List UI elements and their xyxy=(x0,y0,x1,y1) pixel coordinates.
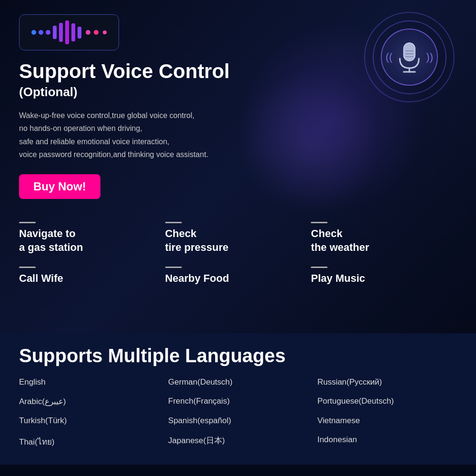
feature-divider xyxy=(19,267,36,268)
feature-text: Checktire pressure xyxy=(165,227,311,254)
feature-text: Checkthe weather xyxy=(311,227,457,254)
wave-element xyxy=(86,30,90,35)
language-english: English xyxy=(19,375,159,389)
svg-rect-0 xyxy=(404,43,415,61)
feature-text: Play Music xyxy=(311,272,457,286)
language-arabic: Arabic(عيبرع) xyxy=(19,394,159,409)
languages-title: Supports Multiple Languages xyxy=(19,345,457,367)
mic-inner-circle: (( )) xyxy=(381,29,438,86)
wave-element xyxy=(53,26,57,39)
wave-element xyxy=(65,20,69,44)
wave-element xyxy=(94,30,99,35)
buy-now-button[interactable]: Buy Now! xyxy=(19,174,100,199)
feature-divider xyxy=(311,222,327,223)
waveform-bar xyxy=(19,14,119,50)
feature-music: Play Music xyxy=(311,263,457,289)
feature-text: Call Wife xyxy=(19,272,165,286)
wave-element xyxy=(31,30,36,35)
language-thai: Thai(ไทย) xyxy=(19,433,159,450)
sound-wave-right-icon: )) xyxy=(426,51,433,63)
language-vietnamese: Vietnamese xyxy=(317,414,457,428)
wave-element xyxy=(59,23,63,42)
feature-tire: Checktire pressure xyxy=(165,218,311,258)
feature-text: Nearby Food xyxy=(165,272,311,286)
description-text: Wake-up-free voice control,true global v… xyxy=(19,109,286,161)
feature-weather: Checkthe weather xyxy=(311,218,457,258)
language-german: German(Deutsch) xyxy=(168,375,307,389)
feature-text: Navigate toa gas station xyxy=(19,227,165,254)
top-section: (( )) Support Voice Control (Optional) W… xyxy=(0,0,476,333)
feature-divider xyxy=(165,267,182,268)
features-grid: Navigate toa gas station Checktire press… xyxy=(19,218,457,289)
feature-divider xyxy=(165,222,182,223)
language-spanish: Spanish(español) xyxy=(168,414,307,428)
feature-divider xyxy=(19,222,36,223)
languages-section: Supports Multiple Languages English Germ… xyxy=(0,333,476,465)
feature-divider xyxy=(311,267,327,268)
feature-food: Nearby Food xyxy=(165,263,311,289)
language-indonesian: Indonesian xyxy=(317,433,457,450)
language-french: French(Français) xyxy=(168,394,307,409)
language-turkish: Turkish(Türk) xyxy=(19,414,159,428)
languages-grid: English German(Deutsch) Russian(Русский)… xyxy=(19,375,457,450)
microphone-icon xyxy=(395,40,424,74)
wave-element xyxy=(46,30,50,35)
mic-container: (( )) xyxy=(362,10,457,105)
language-portuguese: Portuguese(Deutsch) xyxy=(317,394,457,409)
wave-element xyxy=(103,30,107,34)
wave-element xyxy=(78,27,81,39)
wave-element xyxy=(39,30,43,35)
feature-navigate: Navigate toa gas station xyxy=(19,218,165,258)
sound-wave-left-icon: (( xyxy=(386,51,393,63)
language-russian: Russian(Русский) xyxy=(317,375,457,389)
wave-element xyxy=(71,23,75,41)
language-japanese: Japanese(日本) xyxy=(168,433,307,450)
feature-call: Call Wife xyxy=(19,263,165,289)
